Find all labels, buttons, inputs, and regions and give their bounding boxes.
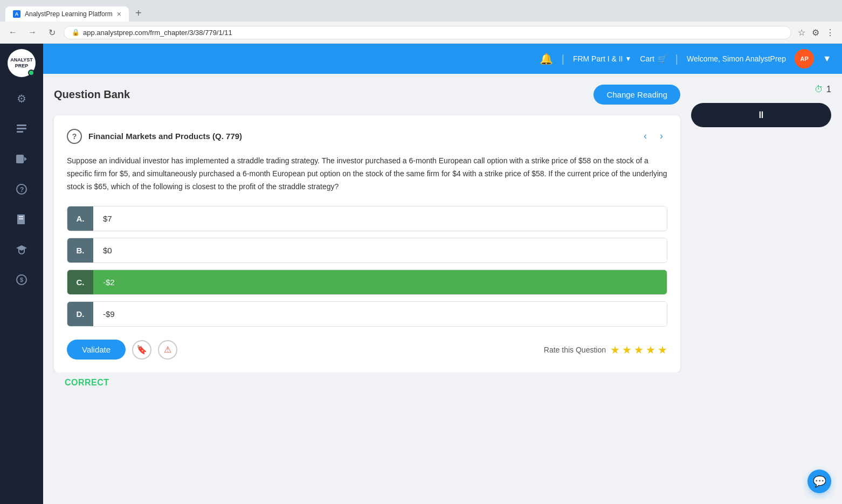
- rate-label: Rate this Question: [544, 346, 606, 354]
- star-3[interactable]: ★: [634, 343, 644, 356]
- svg-text:?: ?: [20, 186, 24, 194]
- online-indicator: [28, 70, 34, 76]
- answer-option-d[interactable]: D. -$9: [67, 301, 667, 327]
- svg-rect-3: [16, 155, 24, 163]
- prev-question-btn[interactable]: ‹: [639, 128, 651, 144]
- sidebar-item-graduation[interactable]: [8, 236, 36, 264]
- svg-rect-1: [17, 128, 26, 129]
- toolbar-actions: ☆ ⚙ ⋮: [796, 25, 837, 40]
- back-btn[interactable]: ←: [5, 25, 20, 40]
- sidebar-item-help[interactable]: ?: [8, 175, 36, 203]
- avatar-chevron[interactable]: ▼: [823, 54, 831, 64]
- answer-letter-c: C.: [67, 270, 93, 294]
- question-actions: Validate 🔖 ⚠ Rate this Question ★ ★: [67, 340, 667, 360]
- page-title: Question Bank: [54, 88, 130, 101]
- timer-area: ⏱ 1: [691, 85, 831, 94]
- active-tab: A AnalystPrep Learning Platform ×: [5, 6, 129, 22]
- svg-rect-0: [17, 125, 26, 126]
- answer-letter-a: A.: [67, 206, 93, 231]
- star-4[interactable]: ★: [646, 343, 655, 356]
- question-header-left: ? Financial Markets and Products (Q. 779…: [67, 129, 242, 144]
- logo-text-line2: PREP: [10, 63, 33, 69]
- timer-count: 1: [826, 85, 831, 94]
- reload-btn[interactable]: ↻: [44, 25, 59, 40]
- bookmark-star-btn[interactable]: ☆: [796, 25, 808, 40]
- correct-banner: CORRECT: [54, 372, 680, 393]
- cart-btn[interactable]: Cart 🛒: [640, 54, 666, 63]
- chat-widget[interactable]: 💬: [808, 470, 831, 493]
- answer-letter-d: D.: [67, 302, 93, 326]
- star-1[interactable]: ★: [610, 343, 620, 356]
- rate-section: Rate this Question ★ ★ ★ ★ ★: [544, 343, 667, 356]
- question-category: Financial Markets and Products (Q. 779): [88, 132, 242, 141]
- logo-text-line1: ANALYST: [10, 57, 33, 63]
- extensions-btn[interactable]: ⚙: [810, 25, 822, 40]
- chat-icon: 💬: [813, 475, 826, 488]
- url-text: app.analystprep.com/frm_chapter/3/38/779…: [83, 29, 232, 37]
- frm-section-menu[interactable]: FRM Part I & II ▼: [573, 54, 631, 63]
- lock-icon: 🔒: [72, 29, 80, 36]
- notification-bell[interactable]: 🔔: [540, 52, 553, 65]
- address-bar[interactable]: 🔒 app.analystprep.com/frm_chapter/3/38/7…: [64, 26, 791, 39]
- answer-text-a: $7: [93, 206, 667, 231]
- bookmark-icon: 🔖: [136, 344, 147, 355]
- flag-icon: ⚠: [164, 344, 171, 355]
- question-text: Suppose an individual investor has imple…: [67, 155, 667, 193]
- svg-marker-4: [24, 157, 27, 161]
- sidebar-item-checklist[interactable]: [8, 115, 36, 143]
- svg-marker-10: [16, 245, 27, 251]
- svg-rect-2: [17, 131, 23, 133]
- cart-icon: 🛒: [658, 54, 667, 63]
- new-tab-btn[interactable]: +: [130, 4, 147, 22]
- menu-btn[interactable]: ⋮: [824, 25, 837, 40]
- sidebar: ANALYST PREP ⚙ ? $: [0, 44, 43, 504]
- answer-options: A. $7 B. $0 C. -$2 D. -$: [67, 206, 667, 327]
- main-content-col: Question Bank Change Reading ? Financial…: [43, 74, 691, 504]
- next-question-btn[interactable]: ›: [655, 128, 667, 144]
- nav-separator2: |: [675, 53, 678, 65]
- answer-text-c: -$2: [93, 270, 667, 294]
- top-nav: 🔔 | FRM Part I & II ▼ Cart 🛒 | Welcome, …: [43, 44, 842, 74]
- user-avatar[interactable]: AP: [795, 49, 814, 68]
- forward-btn[interactable]: →: [25, 25, 40, 40]
- sidebar-item-book[interactable]: [8, 205, 36, 233]
- star-5[interactable]: ★: [658, 343, 667, 356]
- sidebar-item-money[interactable]: $: [8, 266, 36, 294]
- timer-icon: ⏱: [815, 85, 823, 94]
- answer-option-b[interactable]: B. $0: [67, 238, 667, 263]
- pause-icon: ⏸: [756, 109, 766, 121]
- pause-button[interactable]: ⏸: [691, 103, 831, 127]
- answer-option-c[interactable]: C. -$2: [67, 270, 667, 295]
- sidebar-logo: ANALYST PREP: [8, 49, 36, 77]
- answer-text-d: -$9: [93, 302, 667, 326]
- star-rating[interactable]: ★ ★ ★ ★ ★: [610, 343, 667, 356]
- answer-option-a[interactable]: A. $7: [67, 206, 667, 231]
- bookmark-button[interactable]: 🔖: [132, 340, 151, 360]
- change-reading-button[interactable]: Change Reading: [593, 85, 680, 105]
- app: ANALYST PREP ⚙ ? $ 🔔 |: [0, 44, 842, 504]
- section-label: FRM Part I & II: [573, 54, 623, 63]
- correct-text: CORRECT: [65, 378, 109, 387]
- answer-text-b: $0: [93, 238, 667, 263]
- sidebar-item-video[interactable]: [8, 145, 36, 173]
- question-header: ? Financial Markets and Products (Q. 779…: [67, 128, 667, 144]
- cart-label: Cart: [640, 54, 654, 63]
- tab-close-btn[interactable]: ×: [117, 10, 121, 18]
- qbank-header: Question Bank Change Reading: [54, 85, 680, 105]
- question-card: ? Financial Markets and Products (Q. 779…: [54, 115, 680, 372]
- tab-title: AnalystPrep Learning Platform: [25, 10, 113, 18]
- question-help-icon[interactable]: ?: [67, 129, 82, 144]
- sidebar-item-settings[interactable]: ⚙: [8, 85, 36, 113]
- question-nav: ‹ ›: [639, 128, 667, 144]
- section-chevron: ▼: [625, 55, 631, 63]
- main: 🔔 | FRM Part I & II ▼ Cart 🛒 | Welcome, …: [43, 44, 842, 504]
- main-with-panel: Question Bank Change Reading ? Financial…: [43, 74, 842, 504]
- nav-separator: |: [562, 53, 564, 65]
- flag-button[interactable]: ⚠: [158, 340, 177, 360]
- validate-button[interactable]: Validate: [67, 340, 126, 360]
- svg-rect-7: [17, 215, 25, 224]
- browser-chrome: A AnalystPrep Learning Platform × +: [0, 0, 842, 22]
- welcome-text: Welcome, Simon AnalystPrep: [687, 54, 786, 63]
- browser-toolbar: ← → ↻ 🔒 app.analystprep.com/frm_chapter/…: [0, 22, 842, 44]
- star-2[interactable]: ★: [622, 343, 632, 356]
